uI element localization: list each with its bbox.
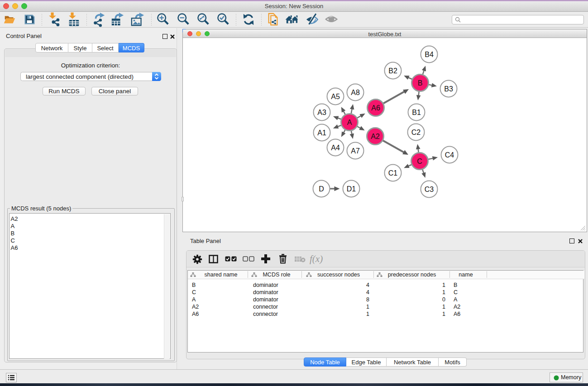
svg-text:C: C (417, 157, 422, 165)
svg-text:A1: A1 (317, 129, 326, 137)
svg-text:C4: C4 (445, 151, 454, 159)
svg-text:A3: A3 (317, 109, 326, 116)
svg-text:B2: B2 (388, 67, 397, 75)
svg-text:A2: A2 (371, 133, 380, 140)
svg-text:A7: A7 (351, 147, 360, 155)
svg-text:A8: A8 (351, 89, 360, 96)
svg-text:C3: C3 (425, 186, 434, 193)
svg-text:D1: D1 (347, 185, 356, 193)
svg-text:C2: C2 (411, 129, 421, 136)
svg-text:C1: C1 (388, 169, 398, 177)
svg-text:D: D (319, 185, 324, 193)
svg-text:B1: B1 (412, 109, 421, 116)
svg-text:A4: A4 (331, 144, 340, 152)
svg-text:A: A (347, 119, 352, 126)
svg-text:B: B (418, 79, 423, 87)
svg-text:B3: B3 (444, 85, 453, 93)
svg-text:B4: B4 (425, 51, 434, 58)
svg-text:A5: A5 (331, 93, 340, 100)
svg-text:A6: A6 (371, 104, 380, 112)
